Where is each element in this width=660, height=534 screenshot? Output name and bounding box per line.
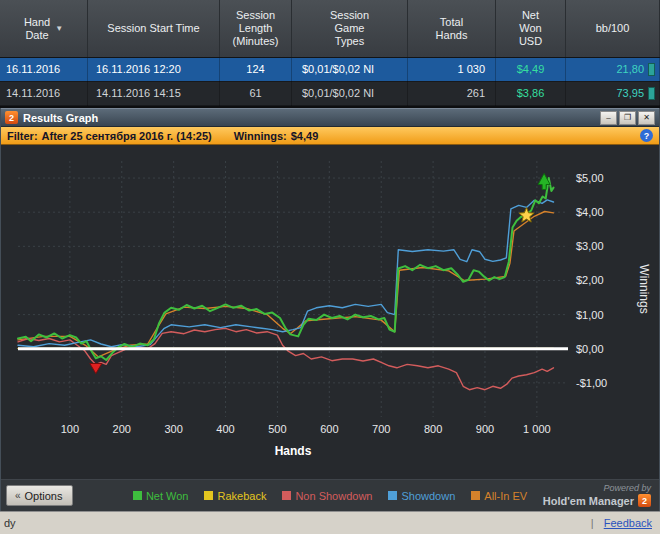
svg-text:1 000: 1 000 [523,423,551,435]
window-title: Results Graph [23,112,600,124]
legend-label: Net Won [146,490,189,502]
legend-item[interactable]: All-In EV [471,490,527,502]
results-graph-window: 2 Results Graph – ❐ ✕ Filter: After 25 с… [0,108,660,511]
status-bar: dy | Feedback [0,511,660,534]
table-header: Hand Date ▼ Session Start Time Session L… [0,0,660,58]
x-axis-title: Hands [275,444,312,458]
options-button[interactable]: « Options [6,485,73,506]
svg-text:600: 600 [320,423,338,435]
cell-session-start: 16.11.2016 12:20 [88,58,220,82]
triangle-down-marker-icon [90,364,102,374]
legend-label: Rakeback [217,490,266,502]
column-header-hand-date[interactable]: Hand Date ▼ [0,0,88,57]
legend-swatch [471,491,480,500]
svg-text:700: 700 [372,423,390,435]
column-header-total-hands[interactable]: Total Hands [408,0,496,57]
hm2-logo-icon: 2 [5,111,18,124]
cell-game-types: $0,01/$0,02 NI [292,58,408,82]
y-axis-title: Winnings [637,264,651,313]
svg-text:-$1,00: -$1,00 [576,377,607,389]
chart-grid [18,161,568,417]
svg-text:400: 400 [216,423,234,435]
help-icon[interactable]: ? [640,129,653,142]
legend-bar: « Options Net WonRakebackNon ShowdownSho… [1,479,659,511]
sessions-table: Hand Date ▼ Session Start Time Session L… [0,0,660,108]
cell-session-length: 61 [220,82,292,106]
hm2-badge-icon: 2 [638,494,651,507]
series-net-won [18,178,554,360]
series-showdown [18,200,554,347]
results-chart: 1002003004005006007008009001 000Hands$5,… [8,145,654,479]
column-header-session-game-types[interactable]: Session Game Types [292,0,408,57]
legend-label: Showdown [401,490,455,502]
svg-text:800: 800 [424,423,442,435]
svg-text:$0,00: $0,00 [576,343,604,355]
svg-text:$4,00: $4,00 [576,206,604,218]
legend-swatch [282,491,291,500]
cell-hand-date: 16.11.2016 [0,58,88,82]
maximize-button[interactable]: ❐ [619,111,636,125]
cell-bb100: 21,80 [566,58,660,82]
chart-series [18,178,554,390]
legend-swatch [133,491,142,500]
svg-text:100: 100 [61,423,79,435]
close-button[interactable]: ✕ [638,111,655,125]
brand-name: Hold'em Manager [543,495,634,507]
winnings-label: Winnings: [234,130,287,142]
winnings-summary: Winnings: $4,49 [234,130,319,142]
window-controls: – ❐ ✕ [600,111,655,125]
options-label: Options [25,490,63,502]
column-header-session-length[interactable]: Session Length (Minutes) [220,0,292,57]
status-text: dy [4,517,16,529]
cell-game-types: $0,01/$0,02 NI [292,82,408,106]
powered-by-text: Powered by [543,483,651,493]
legend-swatch [388,491,397,500]
svg-text:$3,00: $3,00 [576,240,604,252]
filter-bar: Filter: After 25 сентября 2016 г. (14:25… [1,127,659,145]
series-non-showdown [18,328,554,389]
chart-legend: Net WonRakebackNon ShowdownShowdownAll-I… [133,490,527,502]
table-row[interactable]: 16.11.201616.11.2016 12:20124$0,01/$0,02… [0,58,660,82]
legend-swatch [204,491,213,500]
legend-item[interactable]: Net Won [133,490,189,502]
table-body: 16.11.201616.11.2016 12:20124$0,01/$0,02… [0,58,660,106]
column-header-bb100[interactable]: bb/100 [566,0,660,57]
filter-label: Filter: [7,130,38,142]
feedback-link[interactable]: Feedback [604,517,652,529]
svg-text:200: 200 [113,423,131,435]
cell-bb100: 73,95 [566,82,660,106]
separator: | [591,517,594,529]
table-row[interactable]: 14.11.201614.11.2016 14:1561$0,01/$0,02 … [0,82,660,106]
svg-text:$1,00: $1,00 [576,309,604,321]
cell-total-hands: 1 030 [408,58,496,82]
svg-text:$5,00: $5,00 [576,172,604,184]
bb100-indicator [648,87,655,100]
svg-text:300: 300 [164,423,182,435]
legend-item[interactable]: Showdown [388,490,455,502]
bb100-indicator [648,63,655,76]
svg-text:900: 900 [476,423,494,435]
powered-by: Powered by Hold'em Manager 2 [543,483,651,507]
column-header-net-won-usd[interactable]: Net Won USD [496,0,566,57]
cell-hand-date: 14.11.2016 [0,82,88,106]
chevron-left-icon: « [15,490,21,501]
cell-net-won: $3,86 [496,82,566,106]
legend-item[interactable]: Rakeback [204,490,266,502]
column-label: Hand Date [24,16,50,42]
svg-text:$2,00: $2,00 [576,274,604,286]
svg-text:500: 500 [268,423,286,435]
window-titlebar[interactable]: 2 Results Graph – ❐ ✕ [1,108,659,127]
legend-label: Non Showdown [295,490,372,502]
series-all-in-ev [18,212,554,357]
cell-session-start: 14.11.2016 14:15 [88,82,220,106]
chart-area: 1002003004005006007008009001 000Hands$5,… [1,145,659,479]
cell-session-length: 124 [220,58,292,82]
minimize-button[interactable]: – [600,111,617,125]
cell-total-hands: 261 [408,82,496,106]
column-header-session-start-time[interactable]: Session Start Time [88,0,220,57]
filter-value: After 25 сентября 2016 г. (14:25) [42,130,212,142]
legend-label: All-In EV [484,490,527,502]
legend-item[interactable]: Non Showdown [282,490,372,502]
status-right: | Feedback [591,517,652,529]
cell-net-won: $4,49 [496,58,566,82]
